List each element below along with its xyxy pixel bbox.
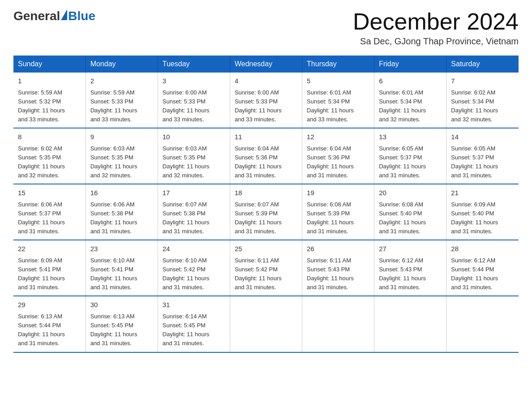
logo: General Blue xyxy=(13,9,95,23)
day-number: 29 xyxy=(18,300,81,310)
calendar-cell: 13Sunrise: 6:05 AMSunset: 5:37 PMDayligh… xyxy=(374,128,446,184)
day-info: Sunrise: 6:01 AMSunset: 5:34 PMDaylight:… xyxy=(307,88,369,124)
day-info: Sunrise: 6:12 AMSunset: 5:43 PMDaylight:… xyxy=(379,256,442,292)
day-number: 13 xyxy=(379,132,442,142)
day-info: Sunrise: 6:06 AMSunset: 5:38 PMDaylight:… xyxy=(90,200,153,236)
calendar-cell: 9Sunrise: 6:03 AMSunset: 5:35 PMDaylight… xyxy=(86,128,158,184)
day-info: Sunrise: 6:05 AMSunset: 5:37 PMDaylight:… xyxy=(379,144,442,180)
day-info: Sunrise: 6:08 AMSunset: 5:39 PMDaylight:… xyxy=(307,200,369,236)
logo-blue-part: Blue xyxy=(60,9,95,23)
day-info: Sunrise: 6:11 AMSunset: 5:43 PMDaylight:… xyxy=(307,256,369,292)
calendar-cell: 12Sunrise: 6:04 AMSunset: 5:36 PMDayligh… xyxy=(302,128,374,184)
day-number: 31 xyxy=(163,300,225,310)
day-info: Sunrise: 6:02 AMSunset: 5:34 PMDaylight:… xyxy=(451,88,514,124)
day-info: Sunrise: 6:09 AMSunset: 5:41 PMDaylight:… xyxy=(18,256,81,292)
day-number: 8 xyxy=(18,132,81,142)
day-info: Sunrise: 6:14 AMSunset: 5:45 PMDaylight:… xyxy=(163,312,225,348)
calendar-cell: 16Sunrise: 6:06 AMSunset: 5:38 PMDayligh… xyxy=(86,184,158,240)
day-number: 5 xyxy=(307,76,369,86)
page-header: General Blue December 2024 Sa Dec, GJong… xyxy=(13,9,519,47)
day-info: Sunrise: 6:03 AMSunset: 5:35 PMDaylight:… xyxy=(163,144,225,180)
day-number: 2 xyxy=(90,76,153,86)
header-day-saturday: Saturday xyxy=(446,56,519,73)
calendar-cell: 17Sunrise: 6:07 AMSunset: 5:38 PMDayligh… xyxy=(158,184,230,240)
calendar-cell: 21Sunrise: 6:09 AMSunset: 5:40 PMDayligh… xyxy=(446,184,519,240)
logo-general-text: General xyxy=(13,9,60,23)
logo-blue-text: Blue xyxy=(68,9,95,23)
calendar-cell: 30Sunrise: 6:13 AMSunset: 5:45 PMDayligh… xyxy=(86,296,158,352)
header-day-sunday: Sunday xyxy=(13,56,86,73)
day-info: Sunrise: 5:59 AMSunset: 5:32 PMDaylight:… xyxy=(18,88,81,124)
calendar-cell: 26Sunrise: 6:11 AMSunset: 5:43 PMDayligh… xyxy=(302,240,374,296)
day-number: 26 xyxy=(307,244,369,254)
day-number: 24 xyxy=(163,244,225,254)
header-day-tuesday: Tuesday xyxy=(158,56,230,73)
day-info: Sunrise: 5:59 AMSunset: 5:33 PMDaylight:… xyxy=(90,88,153,124)
calendar-table: SundayMondayTuesdayWednesdayThursdayFrid… xyxy=(13,56,519,352)
day-number: 10 xyxy=(163,132,225,142)
header-day-thursday: Thursday xyxy=(302,56,374,73)
calendar-cell: 31Sunrise: 6:14 AMSunset: 5:45 PMDayligh… xyxy=(158,296,230,352)
day-info: Sunrise: 6:04 AMSunset: 5:36 PMDaylight:… xyxy=(307,144,369,180)
day-info: Sunrise: 6:13 AMSunset: 5:44 PMDaylight:… xyxy=(18,312,81,348)
day-info: Sunrise: 6:07 AMSunset: 5:38 PMDaylight:… xyxy=(163,200,225,236)
day-info: Sunrise: 6:00 AMSunset: 5:33 PMDaylight:… xyxy=(163,88,225,124)
calendar-header: SundayMondayTuesdayWednesdayThursdayFrid… xyxy=(13,56,519,73)
day-number: 3 xyxy=(163,76,225,86)
day-info: Sunrise: 6:03 AMSunset: 5:35 PMDaylight:… xyxy=(90,144,153,180)
calendar-cell: 29Sunrise: 6:13 AMSunset: 5:44 PMDayligh… xyxy=(13,296,86,352)
day-number: 20 xyxy=(379,188,442,198)
day-info: Sunrise: 6:13 AMSunset: 5:45 PMDaylight:… xyxy=(90,312,153,348)
calendar-cell: 7Sunrise: 6:02 AMSunset: 5:34 PMDaylight… xyxy=(446,73,519,128)
day-info: Sunrise: 6:10 AMSunset: 5:42 PMDaylight:… xyxy=(163,256,225,292)
calendar-cell: 22Sunrise: 6:09 AMSunset: 5:41 PMDayligh… xyxy=(13,240,86,296)
month-title: December 2024 xyxy=(353,9,519,34)
day-number: 25 xyxy=(235,244,297,254)
calendar-week-1: 1Sunrise: 5:59 AMSunset: 5:32 PMDaylight… xyxy=(13,73,519,128)
calendar-week-2: 8Sunrise: 6:02 AMSunset: 5:35 PMDaylight… xyxy=(13,128,519,184)
location-text: Sa Dec, GJong Thap Province, Vietnam xyxy=(353,36,519,47)
title-area: December 2024 Sa Dec, GJong Thap Provinc… xyxy=(353,9,519,47)
header-day-monday: Monday xyxy=(86,56,158,73)
calendar-cell xyxy=(446,296,519,352)
calendar-cell: 10Sunrise: 6:03 AMSunset: 5:35 PMDayligh… xyxy=(158,128,230,184)
calendar-cell: 3Sunrise: 6:00 AMSunset: 5:33 PMDaylight… xyxy=(158,73,230,128)
day-info: Sunrise: 6:11 AMSunset: 5:42 PMDaylight:… xyxy=(235,256,297,292)
calendar-cell: 24Sunrise: 6:10 AMSunset: 5:42 PMDayligh… xyxy=(158,240,230,296)
calendar-cell: 28Sunrise: 6:12 AMSunset: 5:44 PMDayligh… xyxy=(446,240,519,296)
calendar-cell: 19Sunrise: 6:08 AMSunset: 5:39 PMDayligh… xyxy=(302,184,374,240)
day-number: 6 xyxy=(379,76,442,86)
logo-arrow-icon xyxy=(61,9,67,20)
day-number: 14 xyxy=(451,132,514,142)
day-number: 16 xyxy=(90,188,153,198)
calendar-week-4: 22Sunrise: 6:09 AMSunset: 5:41 PMDayligh… xyxy=(13,240,519,296)
calendar-cell xyxy=(374,296,446,352)
calendar-week-3: 15Sunrise: 6:06 AMSunset: 5:37 PMDayligh… xyxy=(13,184,519,240)
header-day-wednesday: Wednesday xyxy=(230,56,302,73)
day-number: 30 xyxy=(90,300,153,310)
header-day-friday: Friday xyxy=(374,56,446,73)
day-number: 23 xyxy=(90,244,153,254)
day-info: Sunrise: 6:06 AMSunset: 5:37 PMDaylight:… xyxy=(18,200,81,236)
day-number: 11 xyxy=(235,132,297,142)
day-number: 17 xyxy=(163,188,225,198)
day-number: 28 xyxy=(451,244,514,254)
calendar-cell: 5Sunrise: 6:01 AMSunset: 5:34 PMDaylight… xyxy=(302,73,374,128)
day-info: Sunrise: 6:05 AMSunset: 5:37 PMDaylight:… xyxy=(451,144,514,180)
day-info: Sunrise: 6:04 AMSunset: 5:36 PMDaylight:… xyxy=(235,144,297,180)
calendar-cell xyxy=(230,296,302,352)
day-info: Sunrise: 6:10 AMSunset: 5:41 PMDaylight:… xyxy=(90,256,153,292)
calendar-cell: 27Sunrise: 6:12 AMSunset: 5:43 PMDayligh… xyxy=(374,240,446,296)
day-number: 1 xyxy=(18,76,81,86)
calendar-cell: 20Sunrise: 6:08 AMSunset: 5:40 PMDayligh… xyxy=(374,184,446,240)
day-number: 18 xyxy=(235,188,297,198)
day-number: 4 xyxy=(235,76,297,86)
calendar-cell: 15Sunrise: 6:06 AMSunset: 5:37 PMDayligh… xyxy=(13,184,86,240)
day-number: 22 xyxy=(18,244,81,254)
calendar-cell: 25Sunrise: 6:11 AMSunset: 5:42 PMDayligh… xyxy=(230,240,302,296)
calendar-cell: 4Sunrise: 6:00 AMSunset: 5:33 PMDaylight… xyxy=(230,73,302,128)
day-number: 15 xyxy=(18,188,81,198)
calendar-cell: 23Sunrise: 6:10 AMSunset: 5:41 PMDayligh… xyxy=(86,240,158,296)
day-number: 7 xyxy=(451,76,514,86)
day-number: 27 xyxy=(379,244,442,254)
